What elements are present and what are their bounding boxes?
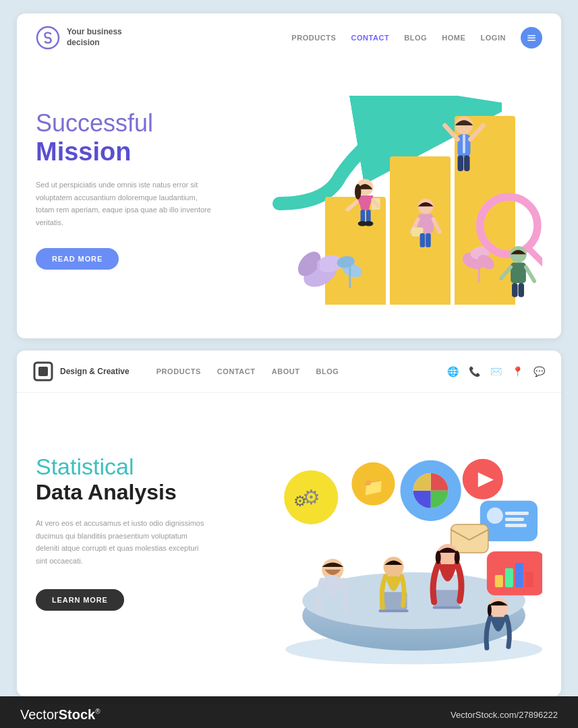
hero1: Successful Mission Sed ut perspiciatis u… [17,62,561,338]
nav2-icons: 🌐 📞 ✉️ 📍 💬 [446,365,545,377]
phone-icon[interactable]: 📞 [468,365,480,377]
hero1-title-light: Successful [36,109,252,138]
card1: Your business decision PRODUCTS CONTACT … [17,13,561,338]
svg-text:⚙: ⚙ [293,493,307,510]
svg-rect-15 [478,257,480,282]
learn-more-button[interactable]: LEARN MORE [36,589,124,611]
svg-line-38 [434,219,440,232]
svg-point-42 [510,246,527,263]
hamburger-icon [526,32,537,43]
meeting-illustration: ⚙ ⚙ 📁 [238,413,542,683]
footer-url: VectorStock.com/27896222 [451,710,558,720]
svg-rect-75 [525,572,533,587]
card2: Design & Creative PRODUCTS CONTACT ABOUT… [17,351,561,696]
svg-line-17 [529,249,542,264]
svg-rect-74 [515,563,523,587]
svg-rect-20 [463,134,465,153]
logo2-icon [33,361,53,382]
svg-rect-73 [505,568,513,587]
svg-rect-71 [487,551,542,595]
email-icon[interactable]: ✉️ [490,365,502,377]
hero2-title-light: Statistical [36,454,238,480]
svg-point-84 [488,604,492,616]
logo1-icon [36,26,60,50]
hero2-desc: At vero eos et accusamus et iusto odio d… [36,517,211,568]
svg-point-67 [487,508,503,524]
nav1-home[interactable]: HOME [442,34,465,42]
svg-rect-26 [361,195,370,210]
svg-rect-69 [505,518,524,521]
svg-rect-8 [317,261,320,286]
hero2: Statistical Data Analysis At vero eos et… [17,393,561,696]
trademark: ® [95,708,100,715]
hero1-left: Successful Mission Sed ut perspiciatis u… [36,75,252,318]
hero1-title-bold: Mission [36,138,252,166]
footer-logo: VectorStock® [20,707,100,723]
logo1: Your business decision [36,26,122,50]
nav2-about[interactable]: ABOUT [272,367,300,375]
svg-rect-68 [505,512,529,515]
svg-rect-41 [426,233,431,247]
svg-rect-2 [527,38,536,39]
svg-rect-40 [420,233,426,247]
people-illustration [252,75,542,318]
footer: VectorStock® VectorStock.com/27896222 [0,696,578,728]
read-more-button[interactable]: READ MORE [36,248,119,270]
svg-line-45 [526,267,534,281]
menu-button[interactable] [521,27,542,49]
hero2-left: Statistical Data Analysis At vero eos et… [36,413,238,683]
svg-rect-47 [519,283,525,297]
nav2: Design & Creative PRODUCTS CONTACT ABOUT… [17,351,561,393]
location-icon[interactable]: 📍 [511,365,523,377]
svg-rect-3 [527,40,536,41]
svg-rect-11 [349,266,351,288]
svg-point-34 [364,221,373,226]
nav2-blog[interactable]: BLOG [316,367,339,375]
svg-rect-24 [464,155,470,171]
hero1-desc: Sed ut perspiciatis unde omnis iste natu… [36,179,218,229]
svg-point-82 [455,551,460,564]
hero1-illustration [252,75,542,318]
nav2-contact[interactable]: CONTACT [217,367,256,375]
chat-icon[interactable]: 💬 [533,365,545,377]
logo2-text: Design & Creative [60,367,129,376]
nav1-login[interactable]: LOGIN [480,34,506,42]
nav1-products[interactable]: PRODUCTS [291,34,336,42]
logo1-text: Your business decision [67,27,122,48]
logo2: Design & Creative [33,361,129,382]
svg-rect-23 [458,155,464,171]
svg-rect-1 [527,35,536,36]
svg-rect-70 [505,524,527,527]
svg-rect-76 [451,524,488,553]
nav2-links: PRODUCTS CONTACT ABOUT BLOG [156,367,339,375]
svg-point-27 [355,184,361,200]
svg-rect-55 [434,590,460,606]
svg-line-29 [348,202,357,210]
svg-point-18 [455,117,473,135]
svg-rect-54 [378,609,408,612]
svg-text:📁: 📁 [362,476,384,497]
nav1-links: PRODUCTS CONTACT BLOG HOME LOGIN [291,27,542,49]
nav1-contact[interactable]: CONTACT [351,34,389,42]
nav1-blog[interactable]: BLOG [404,34,427,42]
svg-rect-43 [511,263,526,283]
svg-rect-49 [38,367,48,376]
svg-rect-72 [495,575,503,587]
svg-rect-56 [433,606,461,609]
hero2-illustration: ⚙ ⚙ 📁 [238,413,542,683]
hero2-title-bold: Data Analysis [36,480,238,505]
svg-point-79 [383,557,403,577]
svg-point-81 [436,551,441,564]
nav1: Your business decision PRODUCTS CONTACT … [17,13,561,62]
svg-rect-46 [512,283,518,297]
globe-icon[interactable]: 🌐 [446,365,459,377]
svg-line-44 [501,267,511,278]
svg-point-16 [480,197,538,254]
nav2-products[interactable]: PRODUCTS [156,367,201,375]
